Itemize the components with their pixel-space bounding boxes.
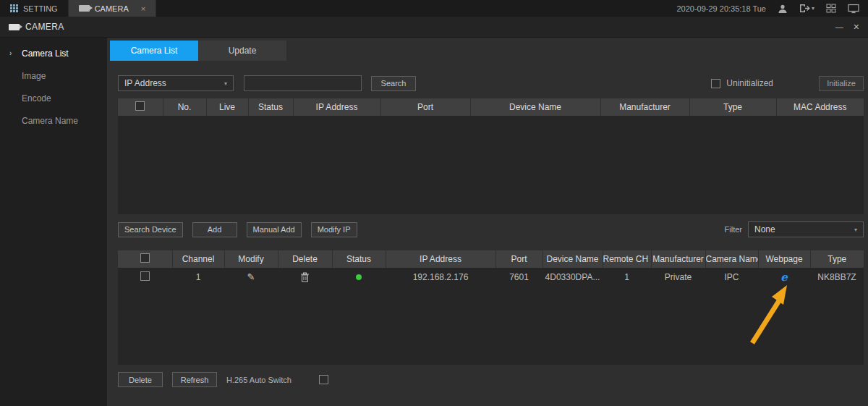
sidebar-item-image[interactable]: Image xyxy=(0,64,107,87)
camera-icon xyxy=(9,24,20,30)
sidebar-item-encode[interactable]: Encode xyxy=(0,87,107,109)
cell-manufacturer: Private xyxy=(651,268,705,286)
col-modify: Modify xyxy=(224,250,278,268)
add-button[interactable]: Add xyxy=(192,222,237,237)
webpage-ie-icon[interactable]: e xyxy=(780,271,788,284)
modify-ip-button[interactable]: Modify IP xyxy=(311,222,357,237)
search-device-button[interactable]: Search Device xyxy=(118,222,183,237)
system-topbar: SETTING CAMERA × 2020-09-29 20:35:18 Tue… xyxy=(0,0,868,17)
chevron-down-icon: ▾ xyxy=(224,80,227,87)
device-actions-row: Search Device Add Manual Add Modify IP F… xyxy=(118,221,864,237)
topbar-tab-setting[interactable]: SETTING xyxy=(0,0,69,17)
sidebar-item-camera-name[interactable]: Camera Name xyxy=(0,109,107,132)
main-panel: Camera List Update IP Address ▾ Search U… xyxy=(107,38,868,406)
col-device-name: Device Name xyxy=(470,98,600,116)
search-input[interactable] xyxy=(244,75,362,91)
col-webpage: Webpage xyxy=(758,250,810,268)
sidebar-item-label: Encode xyxy=(22,93,51,103)
filter-dropdown[interactable]: None ▾ xyxy=(748,221,864,237)
content-tabs: Camera List Update xyxy=(110,41,864,61)
uninitialized-label: Uninitialized xyxy=(726,78,773,88)
sidebar-item-label: Image xyxy=(22,71,46,81)
logout-icon[interactable]: ▾ xyxy=(799,4,814,13)
table-row[interactable]: 1 ✎ 192.168.2.176 xyxy=(118,268,864,286)
col-live: Live xyxy=(206,98,248,116)
table-row-container: 1 ✎ 192.168.2.176 xyxy=(118,268,864,286)
delete-button[interactable]: Delete xyxy=(118,372,163,387)
refresh-button[interactable]: Refresh xyxy=(172,372,217,387)
col-port: Port xyxy=(495,250,542,268)
window-titlebar: CAMERA — × xyxy=(0,17,868,38)
footer-actions-row: Delete Refresh H.265 Auto Switch xyxy=(118,372,864,387)
col-mac-address: MAC Address xyxy=(776,98,864,116)
topbar-tab-camera[interactable]: CAMERA × xyxy=(69,0,157,17)
h265-auto-switch-checkbox[interactable] xyxy=(319,375,328,384)
cell-port: 7601 xyxy=(495,268,542,286)
cell-camera-name: IPC xyxy=(705,268,758,286)
tab-update-label: Update xyxy=(229,46,257,56)
search-button[interactable]: Search xyxy=(371,76,416,91)
display-monitor-icon[interactable] xyxy=(848,4,859,14)
system-datetime: 2020-09-29 20:35:18 Tue xyxy=(676,4,766,13)
topbar-tab-setting-label: SETTING xyxy=(23,4,58,13)
select-all-checkbox[interactable] xyxy=(140,253,150,263)
minimize-icon[interactable]: — xyxy=(835,22,843,31)
col-status: Status xyxy=(332,250,386,268)
col-type: Type xyxy=(689,98,776,116)
initialize-button[interactable]: Initialize xyxy=(819,76,864,91)
added-devices-body: 1 ✎ 192.168.2.176 xyxy=(118,268,864,365)
status-online-dot xyxy=(356,274,362,280)
chevron-down-icon: ▾ xyxy=(854,227,857,233)
col-no: No. xyxy=(163,98,206,116)
sidebar-item-camera-list[interactable]: › Camera List xyxy=(0,42,107,64)
tab-update[interactable]: Update xyxy=(198,41,286,61)
col-channel: Channel xyxy=(172,250,224,268)
tab-close-icon[interactable]: × xyxy=(141,4,145,13)
search-row: IP Address ▾ Search Uninitialized Initia… xyxy=(118,75,864,91)
cell-channel: 1 xyxy=(172,268,224,286)
sidebar-item-label: Camera Name xyxy=(22,116,78,126)
col-status: Status xyxy=(248,98,293,116)
close-icon[interactable]: × xyxy=(854,21,859,33)
discovered-devices-empty-body xyxy=(118,116,864,214)
filter-label: Filter xyxy=(725,225,742,234)
col-delete: Delete xyxy=(278,250,332,268)
page-title: CAMERA xyxy=(25,22,64,32)
col-ip-address: IP Address xyxy=(386,250,495,268)
apps-grid-icon xyxy=(10,4,18,12)
manual-add-button[interactable]: Manual Add xyxy=(247,222,302,237)
topbar-tab-camera-label: CAMERA xyxy=(95,4,129,13)
modify-pencil-icon[interactable]: ✎ xyxy=(247,271,255,282)
delete-trash-icon[interactable] xyxy=(300,272,310,282)
cell-device-name: 4D0330DPA... xyxy=(542,268,603,286)
uninitialized-checkbox[interactable] xyxy=(711,79,720,88)
search-type-value: IP Address xyxy=(124,78,166,88)
filter-value: None xyxy=(754,224,775,234)
col-port: Port xyxy=(380,98,470,116)
h265-auto-switch-label: H.265 Auto Switch xyxy=(226,376,292,384)
sidebar-item-label: Camera List xyxy=(22,48,69,59)
row-checkbox[interactable] xyxy=(140,271,150,281)
added-devices-table: Channel Modify Delete Status IP Address … xyxy=(118,250,864,268)
col-remote-ch-no: Remote CH No... xyxy=(603,250,651,268)
col-ip-address: IP Address xyxy=(293,98,380,116)
chevron-down-icon: ▾ xyxy=(812,5,814,12)
cell-ip-address: 192.168.2.176 xyxy=(386,268,495,286)
tab-camera-list-label: Camera List xyxy=(131,46,178,56)
discovered-devices-table: No. Live Status IP Address Port Device N… xyxy=(118,98,864,116)
col-manufacturer: Manufacturer xyxy=(600,98,689,116)
tab-camera-list[interactable]: Camera List xyxy=(110,41,198,61)
select-all-header xyxy=(118,250,172,268)
select-all-checkbox[interactable] xyxy=(135,101,145,111)
col-type: Type xyxy=(810,250,864,268)
cell-remote-ch-no: 1 xyxy=(603,268,651,286)
search-type-dropdown[interactable]: IP Address ▾ xyxy=(118,75,234,91)
col-manufacturer: Manufacturer xyxy=(651,250,705,268)
cell-type: NK8BB7Z xyxy=(810,268,864,286)
user-account-icon[interactable] xyxy=(778,4,788,14)
channel-grid-icon[interactable] xyxy=(826,4,836,13)
sidebar: › Camera List Image Encode Camera Name xyxy=(0,38,107,406)
select-all-header xyxy=(118,98,163,116)
camera-icon xyxy=(79,5,90,12)
chevron-right-icon: › xyxy=(9,49,12,57)
